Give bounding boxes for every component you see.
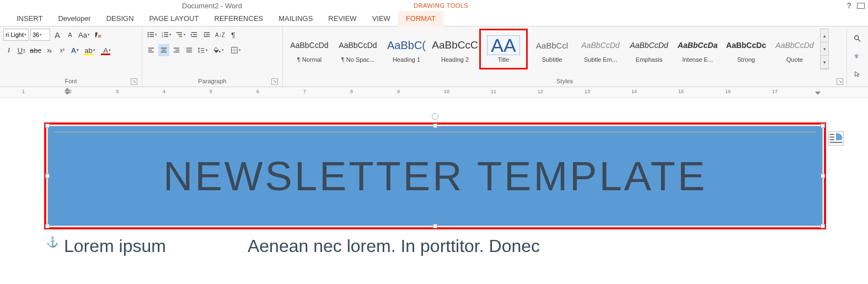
align-left-button[interactable] <box>146 44 157 56</box>
ruler-tick: 3 <box>116 89 119 94</box>
tab-insert[interactable]: INSERT <box>9 11 50 26</box>
resize-handle-tr[interactable] <box>821 124 825 128</box>
svg-rect-22 <box>148 50 152 50</box>
font-dialog-launcher[interactable]: ↘ <box>131 78 137 85</box>
superscript-button[interactable]: x² <box>57 44 68 56</box>
style-intense-emphasis[interactable]: AaBbCcDa Intense E... <box>673 29 722 69</box>
show-marks-button[interactable]: ¶ <box>228 29 239 41</box>
font-name-combo[interactable]: ri Light <box>3 29 29 41</box>
italic-button[interactable]: I <box>3 44 14 56</box>
sort-button[interactable]: A↓Z <box>214 29 226 41</box>
body-col-right[interactable]: Aenean nec lorem. In porttitor. Donec <box>248 236 540 256</box>
bullets-button[interactable] <box>146 29 158 41</box>
tab-page-layout[interactable]: PAGE LAYOUT <box>142 11 207 26</box>
style-normal[interactable]: AaBbCcDd ¶ Normal <box>285 29 334 69</box>
ruler-tick: 14 <box>631 89 637 94</box>
contextual-tab-label: DRAWING TOOLS <box>414 2 468 9</box>
svg-rect-35 <box>201 52 204 53</box>
style-title[interactable]: AA Title <box>479 29 528 69</box>
editing-group: ab <box>847 26 868 87</box>
align-center-button[interactable] <box>158 44 169 56</box>
change-case-button[interactable]: Aa <box>77 29 91 41</box>
svg-rect-12 <box>176 33 183 33</box>
align-right-button[interactable] <box>171 44 182 56</box>
tab-mailings[interactable]: MAILINGS <box>271 11 320 26</box>
resize-handle-t[interactable] <box>433 124 437 128</box>
tab-format[interactable]: FORMAT <box>398 11 443 26</box>
tab-design[interactable]: DESIGN <box>99 11 142 26</box>
increase-indent-button[interactable] <box>201 29 212 41</box>
numbering-button[interactable]: 123 <box>160 29 173 41</box>
document-canvas[interactable]: NEWSLETTER TEMPLATE ⚓ Lorem ipsum Aenean… <box>0 98 868 122</box>
svg-point-0 <box>147 32 148 33</box>
grow-font-button[interactable]: A <box>52 29 63 41</box>
justify-button[interactable] <box>184 44 195 56</box>
group-paragraph: 123 A↓Z ¶ Paragraph ↘ <box>142 26 283 87</box>
tab-developer[interactable]: Developer <box>50 11 98 26</box>
styles-scroll-down-icon[interactable]: ▾ <box>821 42 828 56</box>
ruler-tick: 9 <box>397 89 400 94</box>
shrink-font-button[interactable]: A <box>65 29 76 41</box>
anchor-icon[interactable]: ⚓ <box>46 236 58 248</box>
horizontal-ruler[interactable]: 1234567891011121314151617 <box>0 87 868 98</box>
styles-scroll-up-icon[interactable]: ▴ <box>821 29 828 42</box>
title-text[interactable]: NEWSLETTER TEMPLATE <box>163 153 707 200</box>
font-size-combo[interactable]: 36 <box>30 29 50 41</box>
svg-rect-3 <box>149 34 154 35</box>
decrease-indent-button[interactable] <box>189 29 200 41</box>
underline-button[interactable]: U <box>16 44 27 56</box>
line-spacing-button[interactable] <box>196 44 209 56</box>
svg-rect-29 <box>174 52 180 52</box>
resize-handle-r[interactable] <box>821 174 825 178</box>
replace-icon[interactable]: ab <box>852 50 863 62</box>
find-icon[interactable] <box>852 33 863 45</box>
style-quote[interactable]: AaBbCcDd Quote <box>770 29 819 69</box>
styles-more-icon[interactable]: ▾ <box>821 56 828 69</box>
style-heading2[interactable]: AaBbCcC Heading 2 <box>431 29 479 69</box>
layout-options-icon[interactable] <box>828 131 844 146</box>
select-icon[interactable] <box>852 68 863 81</box>
resize-handle-l[interactable] <box>45 174 50 178</box>
svg-rect-45 <box>830 140 834 141</box>
tab-view[interactable]: VIEW <box>365 11 398 26</box>
style-subtitle[interactable]: AaBbCcl Subtitle <box>528 29 576 69</box>
help-icon[interactable]: ? <box>846 1 851 10</box>
document-body-text[interactable]: Lorem ipsum Aenean nec lorem. In porttit… <box>64 236 540 256</box>
body-col-left[interactable]: Lorem ipsum <box>64 236 166 256</box>
tab-references[interactable]: REFERENCES <box>206 11 271 26</box>
ruler-tick: 4 <box>163 89 165 94</box>
clear-formatting-button[interactable] <box>93 29 104 41</box>
paragraph-dialog-launcher[interactable]: ↘ <box>271 78 278 85</box>
resize-handle-br[interactable] <box>821 224 825 228</box>
right-indent-marker[interactable] <box>815 92 821 95</box>
shading-button[interactable] <box>211 44 226 56</box>
resize-handle-bl[interactable] <box>45 224 50 228</box>
style-heading1[interactable]: AaBbC( Heading 1 <box>382 29 431 69</box>
title-text-box[interactable]: NEWSLETTER TEMPLATE <box>47 126 823 226</box>
rotate-handle[interactable] <box>432 113 438 120</box>
tab-review[interactable]: REVIEW <box>320 11 364 26</box>
borders-button[interactable] <box>228 44 243 56</box>
style-strong[interactable]: AaBbCcDc Strong <box>722 29 770 69</box>
styles-group-label: Styles ↘ <box>285 77 844 87</box>
resize-handle-tl[interactable] <box>45 124 50 128</box>
subscript-button[interactable]: x₂ <box>44 44 55 56</box>
svg-rect-33 <box>201 49 204 49</box>
font-color-button[interactable]: A <box>99 44 115 56</box>
styles-gallery-expand[interactable]: ▴ ▾ ▾ <box>820 29 829 69</box>
style-subtle-emphasis[interactable]: AaBbCcDd Subtle Em... <box>576 29 625 69</box>
resize-handle-b[interactable] <box>433 224 437 228</box>
style-emphasis[interactable]: AaBbCcDd Emphasis <box>625 29 673 69</box>
text-effects-button[interactable]: A <box>69 44 81 56</box>
style-no-spacing[interactable]: AaBbCcDd ¶ No Spac... <box>334 29 382 69</box>
svg-rect-28 <box>175 50 179 50</box>
strikethrough-button[interactable]: abc <box>29 44 42 56</box>
ruler-tick: 11 <box>491 89 496 94</box>
svg-rect-26 <box>161 52 167 52</box>
highlight-button[interactable]: ab <box>82 44 98 56</box>
restore-window-icon[interactable] <box>857 3 865 9</box>
styles-dialog-launcher[interactable]: ↘ <box>837 78 843 85</box>
multilevel-list-button[interactable] <box>174 29 187 41</box>
ruler-tick: 15 <box>678 89 684 94</box>
ruler-tick: 16 <box>725 89 731 94</box>
